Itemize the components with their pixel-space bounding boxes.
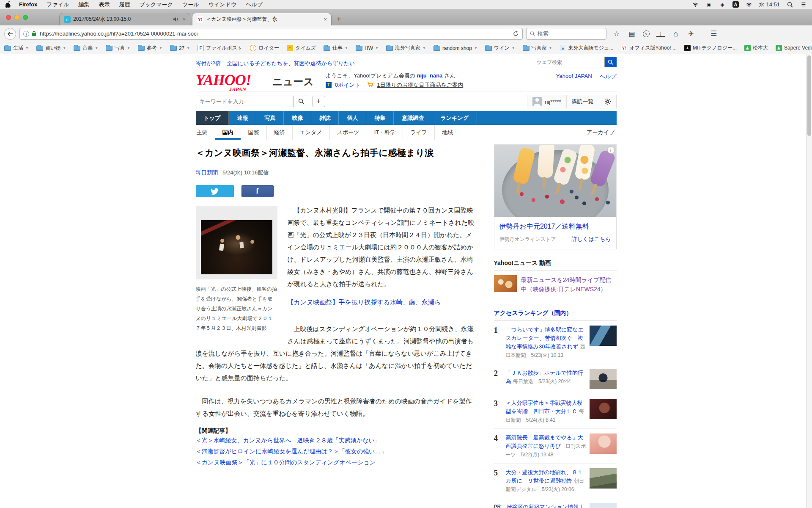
tab-yahoo-news-active[interactable]: Y! ＜カンヌ映画祭＞河瀬監督、永 × [192, 13, 332, 25]
home-icon[interactable]: ⌂ [672, 29, 680, 39]
creative-cloud-icon[interactable]: ◉ [705, 2, 712, 8]
menu-firefox[interactable]: Firefox [19, 1, 37, 8]
bookmark-filepost[interactable]: Fファイルポスト [198, 44, 242, 52]
reload-button[interactable] [509, 28, 522, 39]
settings-gear-icon[interactable] [599, 95, 616, 108]
ranking-pr-item[interactable]: PR 渋谷区の新築マンション情報｜新築マンションは今が買い時？恵比寿・代々木・表… [494, 498, 617, 508]
ad-image-popsicles[interactable]: i [494, 145, 616, 217]
nav-tab-individual[interactable]: 個人 [339, 111, 366, 125]
page-scrollbar[interactable] [806, 54, 812, 508]
subnav-entertainment[interactable]: エンタメ [292, 125, 329, 140]
menu-bookmarks[interactable]: ブックマーク [140, 1, 173, 8]
bookmark-times[interactable]: ≡タイムズ [287, 44, 316, 52]
yahoo-news-logo[interactable]: YAHOO! JAPAN ニュース [196, 72, 314, 88]
nav-tab-poll[interactable]: 意識調査 [394, 111, 432, 125]
ad-more-link[interactable]: 詳しくはこちら [572, 235, 611, 243]
ranking-item-2[interactable]: 2 「ＪＫお散歩」ホテルで性的行為 毎日放送 5/23(火) 20:44 [494, 364, 617, 394]
ranking-item-4[interactable]: 4 高須院長「最高裁までやる」大西議員発言に怒り再び 日刊スポーツ 5/22(月… [494, 429, 617, 464]
nav-tab-feature[interactable]: 特集 [366, 111, 394, 125]
username-link[interactable]: niju_nana [417, 72, 443, 79]
bookmark-folder-shopping[interactable]: 買い物▼ [36, 44, 66, 52]
new-tab-button[interactable]: + [332, 13, 346, 25]
bookmark-sapere-vedere[interactable]: ♟Sapere Vedere ～... [776, 44, 812, 52]
nav-tab-flash[interactable]: 速報 [229, 111, 256, 125]
ranking-item-5[interactable]: 5 大分・豊後大野の地割れ、８１カ所に ９世帯に避難勧告 朝日新聞デジタル 5/… [494, 464, 617, 498]
url-text[interactable]: https://headlines.yahoo.co.jp/hl?a=20170… [40, 30, 509, 37]
nav-tab-photo[interactable]: 写真 [256, 111, 284, 125]
bookmark-folder-photo[interactable]: 写真▼ [106, 44, 130, 52]
nav-tab-ranking[interactable]: ランキング [432, 111, 477, 125]
facebook-share-button[interactable]: f [241, 185, 274, 197]
bookmark-folder-music[interactable]: 音楽▼ [74, 44, 98, 52]
browser-search-input[interactable] [538, 30, 603, 37]
daily-deal-link[interactable]: 1日限りのお得な目玉商品をご案内 [377, 81, 463, 89]
airport-signal-icon[interactable] [692, 2, 699, 8]
subnav-economy[interactable]: 経済 [266, 125, 292, 140]
wifi-icon[interactable] [746, 2, 752, 8]
bookmark-folder-hw[interactable]: HW▼ [356, 45, 379, 51]
apple-icon[interactable] [5, 1, 11, 8]
ad-title-link[interactable]: 伊勢丹お中元2017／送料無料 [499, 222, 611, 231]
bookmark-mit-tech[interactable]: +MITテクノロジー... [684, 44, 737, 52]
subnav-world[interactable]: 国際 [241, 125, 266, 140]
notification-center-icon[interactable]: ☰ [800, 2, 807, 8]
video-link[interactable]: 最新ニュースを24時間ライブ配信中（映像提供:日テレNEWS24） [521, 275, 617, 294]
menu-help[interactable]: ヘルプ [246, 1, 263, 8]
send-tab-icon[interactable]: ✈ [687, 30, 695, 38]
bookmark-folder-27[interactable]: 27▼ [170, 45, 190, 51]
subnav-sports[interactable]: スポーツ [329, 125, 367, 140]
tab-audio-icon[interactable] [173, 17, 179, 22]
back-button[interactable] [4, 28, 16, 40]
bookmark-folder-life[interactable]: 生活▼ [4, 44, 29, 52]
search-add-button[interactable]: + [313, 96, 325, 107]
menu-hamburger-icon[interactable]: ☰ [710, 29, 717, 38]
related-link-1[interactable]: ＜光＞水崎綾女、カンヌから世界へ 遅咲き２８歳「実感湧かない」 [196, 435, 475, 446]
ranking-title-link[interactable]: 大分・豊後大野の地割れ、８１カ所に ９世帯に避難勧告 [506, 469, 583, 484]
spotlight-icon[interactable] [787, 2, 793, 8]
web-search-button[interactable] [605, 57, 617, 67]
pr-title-link[interactable]: 渋谷区の新築マンション情報｜新築マンションは今が買い時？恵比寿・代々木・表参道・… [507, 504, 584, 508]
subnav-it-science[interactable]: IT・科学 [367, 125, 403, 140]
menubar-clock[interactable]: 水 14:51 [759, 1, 780, 8]
tab-close-icon[interactable]: × [182, 16, 186, 22]
web-search-input[interactable] [534, 57, 605, 67]
points-link[interactable]: 0ポイント [335, 81, 360, 89]
nav-tab-top[interactable]: トップ [196, 111, 229, 125]
menu-window[interactable]: ウインドウ [208, 1, 237, 8]
nav-tab-video[interactable]: 映像 [284, 111, 311, 125]
article-source-link[interactable]: 毎日新聞 [196, 169, 218, 176]
menu-view[interactable]: 表示 [99, 1, 110, 8]
downloads-icon[interactable]: ↓ [656, 31, 665, 37]
nav-tab-magazine[interactable]: 雑誌 [311, 111, 339, 125]
menu-file[interactable]: ファイル [47, 1, 69, 8]
subnav-domestic[interactable]: 国内 [215, 125, 241, 140]
dropbox-icon[interactable]: ◈ [719, 2, 726, 8]
bookmark-folder-wine[interactable]: ワイン▼ [485, 44, 515, 52]
news-search-button[interactable] [293, 96, 309, 107]
profile-id[interactable]: nij***** [527, 95, 566, 108]
bookmark-star-icon[interactable]: ☆ [612, 30, 621, 38]
subnav-archive[interactable]: アーカイブ [587, 129, 614, 136]
donation-link[interactable]: 全国にいる子どもたちを、貧困や虐待から守りたい [227, 60, 355, 67]
close-window-button[interactable] [6, 15, 11, 20]
bookmark-folder-overseas-photographers[interactable]: 海外写真家▼ [386, 44, 426, 52]
minimize-window-button[interactable] [14, 15, 19, 20]
article-photo[interactable] [201, 220, 272, 274]
bookmark-yahoo-office[interactable]: Y!オフィス版Yahoo! ... [621, 44, 677, 52]
related-link-2[interactable]: ＜河瀬監督がヒロインに水崎綾女を選んだ理由は？＞「彼女の強い…」 [196, 446, 475, 457]
related-link-3[interactable]: ＜カンヌ映画祭＞「光」に１０分間のスタンディングオベーション [196, 457, 475, 468]
twitter-share-button[interactable] [196, 185, 234, 197]
bookmark-folder-work[interactable]: 仕事▼ [324, 44, 348, 52]
bookmark-folder-random-shop[interactable]: random shop▼ [433, 45, 477, 51]
video-item[interactable]: 最新ニュースを24時間ライブ配信中（映像提供:日テレNEWS24） [494, 271, 617, 299]
donation-badge[interactable]: 寄付が2倍 [196, 60, 221, 67]
browser-search-field[interactable] [526, 28, 606, 40]
ranking-title-link[interactable]: ＜大分県宇佐市＞零戦実物大模型を寄贈 四日市・大分ＬＣ [506, 400, 583, 414]
tab-calendar[interactable]: n 2017/05/24/水 13:00-15:0 × [59, 13, 190, 25]
news-search-input[interactable] [196, 96, 293, 107]
url-bar[interactable]: i https://headlines.yahoo.co.jp/hl?a=201… [19, 28, 523, 40]
bookmark-reuters[interactable]: ◔ロイター [250, 44, 279, 52]
subnav-main[interactable]: 主要 [196, 125, 215, 140]
library-icon[interactable]: ▤ [628, 30, 636, 38]
pocket-icon[interactable]: ∨ [643, 30, 650, 37]
